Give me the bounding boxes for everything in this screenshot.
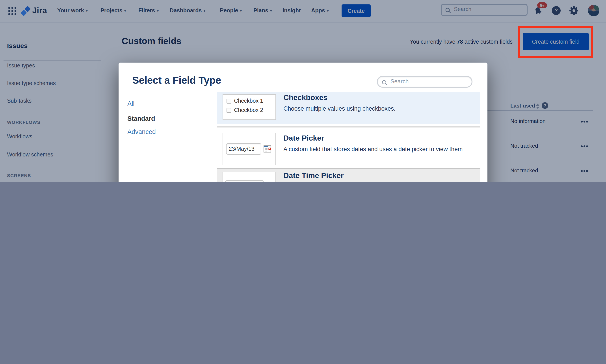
jira-admin-page: Jira Your work Projects Filters Dashboar… (0, 0, 606, 182)
dialog-search-input[interactable] (390, 78, 468, 85)
annotation-box-create-custom-field (518, 26, 593, 58)
calendar-icon (264, 145, 271, 153)
date-picker-preview (223, 133, 276, 165)
field-type-title: Date Picker (284, 134, 324, 143)
date-preview-input (226, 143, 261, 155)
filter-tab-all[interactable]: All (127, 100, 134, 107)
checkboxes-preview: Checkbox 1 Checkbox 2 (223, 94, 276, 120)
row-separator (217, 127, 480, 128)
select-field-type-dialog: Select a Field Type All Standard Advance… (118, 63, 488, 182)
field-type-option-date-time-picker[interactable]: Date Time Picker A custom field that sto… (217, 169, 480, 182)
field-type-option-date-picker[interactable]: Date Picker A custom field that stores d… (217, 130, 480, 168)
field-type-description: A custom field that stores dates and use… (284, 145, 471, 154)
date-time-picker-preview (223, 172, 276, 182)
field-type-title: Checkboxes (284, 93, 327, 102)
field-type-title: Date Time Picker (284, 171, 344, 180)
field-type-option-checkboxes[interactable]: Checkbox 1 Checkbox 2 Checkboxes Choose … (217, 92, 480, 124)
datetime-preview-input (225, 180, 264, 182)
dialog-search (377, 76, 472, 88)
search-icon (382, 80, 387, 86)
checkbox-icon (227, 108, 231, 113)
field-type-description: Choose multiple values using checkboxes. (284, 104, 471, 113)
checkbox-icon (227, 99, 231, 103)
filter-tab-advanced[interactable]: Advanced (127, 128, 156, 135)
dialog-title: Select a Field Type (132, 75, 221, 86)
filter-tab-standard[interactable]: Standard (127, 115, 155, 122)
dialog-divider (211, 89, 211, 182)
